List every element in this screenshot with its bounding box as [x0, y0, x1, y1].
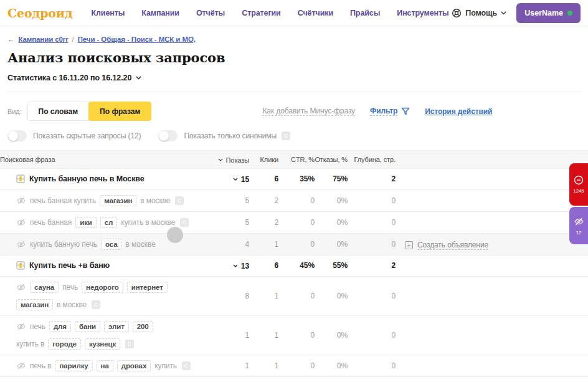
group-row[interactable]: Купить банную печь в Москве 15 6 35% 75%… [0, 169, 588, 190]
page-title: Анализ поисковых запросов [7, 50, 581, 65]
eye-off-icon[interactable] [16, 239, 26, 249]
query-word-boxed[interactable]: сл [100, 217, 118, 228]
query-row[interactable]: печьдлябаниэлит200купить вгородекузнецкC… [0, 316, 588, 355]
ad-group-icon [16, 174, 25, 183]
query-word-boxed[interactable]: дровах [117, 360, 151, 371]
how-to-add-minus-link[interactable]: Как добавить Минус-фразу [262, 107, 355, 116]
query-word-boxed[interactable]: ики [75, 217, 97, 228]
show-synonyms-toggle[interactable] [158, 130, 178, 141]
copy-icon[interactable]: C [180, 218, 189, 227]
user-menu-button[interactable]: UserName [516, 3, 581, 23]
query-word-boxed[interactable]: интернет [127, 282, 168, 293]
view-mode-segmented: По словам По фразам [27, 102, 152, 121]
eye-off-icon[interactable] [16, 361, 26, 371]
query-word: в москве [57, 300, 87, 309]
query-word-boxed[interactable]: 200 [133, 321, 153, 332]
query-word-boxed[interactable]: кузнецк [85, 338, 120, 350]
query-row[interactable]: печь впарилкунадровахкупитьC 1 1 0 0% 0 [0, 355, 588, 377]
show-hidden-toggle[interactable] [7, 130, 27, 141]
query-row[interactable]: печь банная купитьмагазинв москвеC 5 2 0… [0, 190, 588, 212]
breadcrumb-campaigns-link[interactable]: Кампании c0rr [18, 36, 68, 43]
depth-value: 0 [348, 292, 396, 300]
queries-table: Поисковая фраза Показы Клики CTR, % Отка… [0, 150, 588, 382]
help-menu[interactable]: Помощь [452, 8, 506, 18]
query-row[interactable]: купить банную печьосав москве 4 1 0 0% 0… [0, 234, 588, 255]
minus-circle-icon [574, 175, 584, 185]
app-logo[interactable]: Сеодроид [7, 6, 72, 20]
col-ctr[interactable]: CTR, % [278, 151, 315, 168]
back-arrow-icon[interactable]: ← [7, 36, 14, 43]
hidden-count: 12 [576, 230, 582, 236]
query-word-boxed[interactable]: парилку [55, 360, 92, 371]
bounces-value: 0% [315, 361, 348, 370]
clicks-value: 1 [249, 240, 278, 249]
floating-actions: 1245 12 [569, 163, 588, 244]
group-phrase-cell: Купить банную печь в Москве [0, 169, 212, 189]
synonyms-info-icon[interactable]: C [282, 131, 290, 140]
col-bounces[interactable]: Отказы, % [315, 151, 348, 168]
filter-control[interactable]: Фильтр [370, 107, 410, 116]
shows-value: 1 [212, 331, 249, 340]
shows-value[interactable]: 15 [212, 174, 249, 184]
copy-icon[interactable]: C [92, 300, 100, 309]
query-word-boxed[interactable]: бани [75, 321, 100, 332]
col-depth[interactable]: Глубина, стр. [348, 151, 396, 168]
query-word-boxed[interactable]: магазин [100, 195, 136, 206]
breadcrumb-campaign-link[interactable]: Печи - Общая - Поиск - МСК и МО, [78, 36, 196, 43]
query-row[interactable]: печь баннаяикислкупить в москвеC 5 2 0 0… [0, 212, 588, 234]
col-shows[interactable]: Показы [212, 151, 249, 168]
query-word-boxed[interactable]: оса [101, 239, 122, 250]
toggle-knob [8, 131, 18, 141]
copy-icon[interactable]: C [182, 361, 191, 370]
col-phrase[interactable]: Поисковая фраза [0, 151, 212, 168]
eye-off-icon[interactable] [16, 282, 26, 292]
query-word-boxed[interactable]: магазин [16, 299, 53, 310]
query-word-boxed[interactable]: недорого [82, 282, 123, 293]
nav-item[interactable]: Инструменты [397, 9, 448, 17]
view-by-phrases-button[interactable]: По фразам [88, 102, 151, 121]
eye-off-icon[interactable] [16, 217, 26, 227]
query-word: купить [154, 361, 177, 370]
collapse-chevron-icon[interactable] [233, 264, 238, 267]
hidden-queries-float-button[interactable]: 12 [569, 207, 588, 244]
shows-value: 5 [212, 218, 249, 227]
show-synonyms-label[interactable]: Показать только синонимы [184, 131, 277, 140]
nav-item[interactable]: Прайсы [350, 9, 380, 17]
query-word: купить в москве [121, 218, 175, 227]
copy-icon[interactable]: C [175, 196, 184, 205]
toggle-knob [159, 131, 169, 141]
nav-item[interactable]: Кампании [141, 9, 179, 17]
nav-item[interactable]: Счётчики [298, 9, 333, 17]
query-row[interactable]: печь в банюсустановкойкупить 1 1 0 0% 0 [0, 377, 588, 382]
bounces-value: 0% [315, 240, 348, 249]
query-word-boxed[interactable]: для [49, 321, 71, 332]
create-ad-link[interactable]: +Создать объявление [405, 241, 488, 250]
view-by-words-button[interactable]: По словам [27, 102, 90, 121]
query-word-boxed[interactable]: городе [48, 338, 81, 350]
nav-item[interactable]: Стратегии [242, 9, 281, 17]
copy-icon[interactable]: C [125, 340, 134, 348]
filter-link[interactable]: Фильтр [370, 107, 397, 116]
query-word-boxed[interactable]: на [97, 360, 113, 371]
collapse-chevron-icon[interactable] [233, 178, 238, 181]
col-clicks[interactable]: Клики [249, 151, 278, 168]
show-hidden-label[interactable]: Показать скрытые запросы (12) [33, 131, 141, 140]
minus-words-float-button[interactable]: 1245 [569, 163, 588, 206]
query-word: печь в [30, 361, 51, 370]
stats-period-selector[interactable]: Статистика с 16.11.20 по 16.12.20 [7, 74, 581, 82]
query-word-boxed[interactable]: сауна [30, 282, 59, 293]
controls-row: Вид: По словам По фразам Как добавить Ми… [7, 92, 581, 121]
eye-off-icon[interactable] [16, 196, 26, 206]
ctr-value: 35% [278, 174, 315, 183]
nav-item[interactable]: Клиенты [91, 9, 125, 17]
bounces-value: 0% [315, 218, 348, 227]
shows-value: 1 [212, 361, 249, 370]
shows-value[interactable]: 13 [212, 260, 249, 270]
group-row[interactable]: Купить печь +в баню 13 6 45% 55% 2 [0, 255, 588, 277]
history-link[interactable]: История действий [425, 107, 492, 116]
query-row[interactable]: саунапечьнедорогоинтернетмагазинв москве… [0, 277, 588, 316]
ctr-value: 0 [278, 218, 315, 227]
eye-off-icon[interactable] [16, 322, 26, 332]
query-word-boxed[interactable]: элит [104, 321, 129, 332]
nav-item[interactable]: Отчёты [196, 9, 225, 17]
